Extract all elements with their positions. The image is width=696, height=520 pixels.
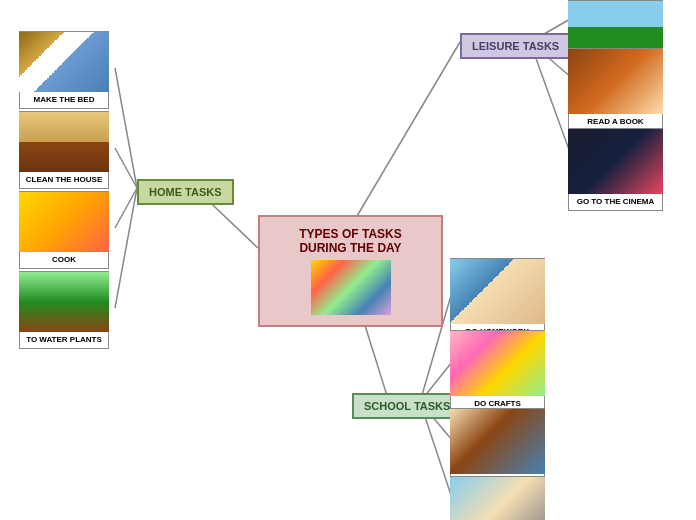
card-cook: COOK — [19, 191, 109, 269]
water-plants-image — [19, 272, 109, 332]
card-read-book: READ A BOOK — [568, 48, 663, 131]
make-bed-image — [19, 32, 109, 92]
card-make-the-bed: MAKE THE BED — [19, 31, 109, 109]
card-clean-house: CLEAN THE HOUSE — [19, 111, 109, 189]
school-tasks-label: SCHOOL TASKS — [352, 393, 462, 419]
read-book-image — [568, 49, 663, 114]
card-cinema: GO TO THE CINEMA — [568, 128, 663, 211]
center-image — [311, 260, 391, 315]
crafts-image — [450, 331, 545, 396]
card-crafts: DO CRAFTS — [450, 330, 545, 413]
homework-image — [450, 259, 545, 324]
svg-line-8 — [530, 42, 572, 158]
cinema-image — [568, 129, 663, 194]
card-water-plants: TO WATER PLANTS — [19, 271, 109, 349]
leisure-tasks-label: LEISURE TASKS — [460, 33, 571, 59]
study-image — [450, 409, 545, 474]
cook-image — [19, 192, 109, 252]
clean-house-image — [19, 112, 109, 172]
center-label: TYPES OF TASKS DURING THE DAY — [299, 227, 401, 255]
card-school: SCHOOL — [450, 476, 545, 520]
svg-line-5 — [347, 42, 460, 233]
card-homework: DO HOMEWORK — [450, 258, 545, 341]
svg-line-1 — [115, 68, 137, 188]
svg-line-4 — [115, 188, 137, 308]
home-tasks-label: HOME TASKS — [137, 179, 234, 205]
school-image — [450, 477, 545, 520]
svg-line-2 — [115, 148, 137, 188]
svg-line-3 — [115, 188, 137, 228]
center-node: TYPES OF TASKS DURING THE DAY — [258, 215, 443, 327]
